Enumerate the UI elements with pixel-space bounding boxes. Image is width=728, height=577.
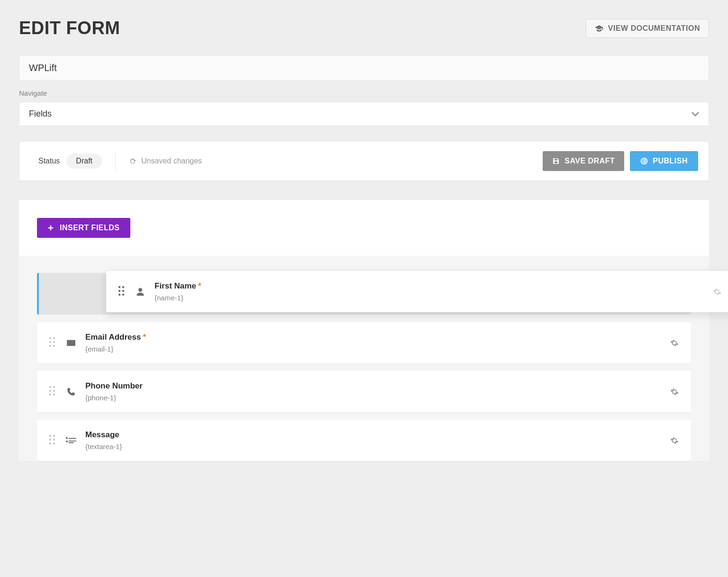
envelope-icon [65,337,77,349]
graduation-cap-icon [595,25,603,32]
plus-icon [47,225,54,231]
insert-fields-label: INSERT FIELDS [60,224,120,232]
unsaved-text: Unsaved changes [141,157,202,165]
field-label: Phone Number [85,381,143,391]
insert-fields-card: INSERT FIELDS [19,200,709,256]
save-icon [552,157,560,165]
field-label: First Name* [155,281,201,291]
drag-handle-icon[interactable] [49,435,57,446]
field-label: Message [85,430,122,440]
form-name-input[interactable] [19,55,709,81]
fields-area: First Name* {name-1} Email Address* {ema… [19,256,709,461]
field-settings-button[interactable] [668,434,681,447]
unsaved-changes: Unsaved changes [129,157,202,165]
textarea-icon [65,435,77,446]
field-card[interactable]: Message {textarea-1} [37,420,691,461]
field-card[interactable]: Phone Number {phone-1} [37,371,691,412]
field-token: {name-1} [155,294,201,302]
field-settings-button[interactable] [668,386,681,398]
status-badge: Draft [66,153,102,169]
drag-handle-icon[interactable] [49,337,57,349]
view-documentation-label: VIEW DOCUMENTATION [608,24,700,33]
field-card-dragging[interactable]: First Name* {name-1} [106,271,728,312]
required-star: * [143,333,146,342]
field-label: Email Address* [85,333,146,342]
navigate-value: Fields [29,109,52,119]
phone-icon [65,386,77,397]
field-card[interactable]: Email Address* {email-1} [37,322,691,363]
navigate-select[interactable]: Fields [19,102,709,126]
page-title: EDIT FORM [19,18,120,38]
status-bar: Status Draft Unsaved changes SAVE DRAFT … [19,141,709,181]
field-settings-button[interactable] [711,286,723,298]
globe-icon [640,157,648,165]
required-star: * [198,281,201,290]
field-token: {phone-1} [85,394,143,402]
navigate-label: Navigate [19,89,709,97]
drag-handle-icon[interactable] [118,286,126,298]
person-icon [135,286,146,298]
refresh-icon [129,157,136,165]
status-label: Status [38,157,60,165]
field-token: {textarea-1} [85,442,122,451]
chevron-down-icon [692,112,699,117]
publish-label: PUBLISH [653,157,688,165]
field-token: {email-1} [85,345,146,353]
view-documentation-button[interactable]: VIEW DOCUMENTATION [586,19,709,38]
insert-fields-button[interactable]: INSERT FIELDS [37,218,130,238]
field-settings-button[interactable] [668,337,681,349]
save-draft-label: SAVE DRAFT [564,157,615,165]
divider [115,153,116,170]
publish-button[interactable]: PUBLISH [630,151,698,171]
save-draft-button[interactable]: SAVE DRAFT [543,151,624,171]
drag-handle-icon[interactable] [49,386,57,397]
